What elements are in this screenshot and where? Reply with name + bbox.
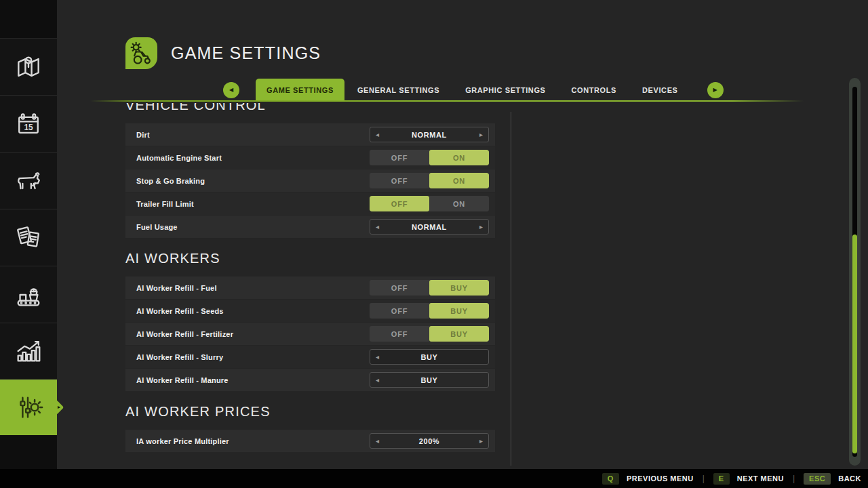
key-hint-bar: QPREVIOUS MENU|ENEXT MENU|ESCBACK — [0, 469, 868, 488]
chevron-right-icon: ▶ — [713, 87, 717, 93]
tab-underline — [90, 100, 804, 102]
setting-row[interactable]: Automatic Engine StartOFFON — [125, 146, 495, 169]
page-header: GAME SETTINGS — [125, 37, 321, 69]
tab-devices[interactable]: DEVICES — [629, 79, 691, 102]
hint-label-back: BACK — [838, 474, 861, 483]
hint-separator: | — [793, 474, 795, 483]
selector-right-arrow-icon[interactable]: ▸ — [479, 223, 483, 230]
tab-controls[interactable]: CONTROLS — [559, 79, 630, 102]
sidebar-item-settings[interactable]: ▸ — [0, 380, 57, 435]
toggle-switch[interactable]: OFFON — [370, 196, 489, 211]
map-icon — [14, 52, 43, 82]
selector-left-arrow-icon[interactable]: ◂ — [376, 131, 379, 138]
setting-label: Trailer Fill Limit — [136, 200, 194, 208]
value-selector[interactable]: ◂200%▸ — [370, 433, 489, 449]
settings-panel: VEHICLE CONTROLDirt◂NORMAL▸Automatic Eng… — [125, 103, 495, 469]
prev-tab-button[interactable]: ◀ — [223, 82, 239, 98]
setting-row[interactable]: AI Worker Refill - FertilizerOFFBUY — [125, 323, 495, 345]
tab-graphic-settings[interactable]: GRAPHIC SETTINGS — [452, 79, 558, 102]
selector-value: NORMAL — [412, 223, 447, 231]
calendar-day-label: 15 — [24, 122, 33, 131]
chevron-left-icon: ◀ — [229, 87, 233, 93]
toggle-option-buy[interactable]: BUY — [429, 303, 489, 319]
selector-value: BUY — [420, 376, 437, 384]
toggle-option-buy[interactable]: BUY — [429, 326, 489, 342]
scrollbar-thumb[interactable] — [852, 235, 857, 453]
selector-left-arrow-icon[interactable]: ◂ — [376, 223, 379, 230]
setting-label: IA worker Price Multiplier — [136, 437, 229, 445]
setting-label: AI Worker Refill - Manure — [136, 376, 229, 384]
active-tile-notch — [49, 400, 64, 415]
toggle-option-on[interactable]: ON — [429, 196, 489, 211]
selector-right-arrow-icon[interactable]: ▸ — [479, 437, 483, 444]
toggle-switch[interactable]: OFFBUY — [370, 326, 489, 342]
hint-separator: | — [703, 474, 705, 483]
settings-gear-icon — [13, 392, 44, 423]
setting-label: AI Worker Refill - Slurry — [136, 353, 223, 361]
key-badge-esc: ESC — [804, 473, 831, 485]
value-selector[interactable]: ◂NORMAL▸ — [370, 127, 489, 142]
page-title: GAME SETTINGS — [171, 43, 321, 63]
next-tab-button[interactable]: ▶ — [707, 82, 724, 98]
toggle-option-off[interactable]: OFF — [370, 280, 429, 296]
tab-general-settings[interactable]: GENERAL SETTINGS — [344, 79, 452, 102]
setting-row[interactable]: AI Worker Refill - SeedsOFFBUY — [125, 300, 495, 322]
toggle-switch[interactable]: OFFON — [370, 150, 489, 165]
scrollbar[interactable] — [849, 78, 861, 466]
toggle-switch[interactable]: OFFBUY — [370, 303, 489, 319]
toggle-option-off[interactable]: OFF — [370, 196, 429, 211]
game-settings-app-icon — [125, 37, 157, 69]
toggle-option-on[interactable]: ON — [429, 173, 489, 188]
value-selector[interactable]: ◂BUY — [370, 372, 489, 388]
toggle-option-off[interactable]: OFF — [370, 150, 429, 165]
setting-row[interactable]: IA worker Price Multiplier◂200%▸ — [125, 430, 495, 452]
production-icon — [13, 279, 44, 310]
content-divider — [511, 112, 511, 466]
toggle-option-on[interactable]: ON — [429, 150, 489, 165]
setting-row[interactable]: AI Worker Refill - FuelOFFBUY — [125, 277, 495, 299]
section-heading: VEHICLE CONTROL — [125, 103, 495, 114]
selector-left-arrow-icon[interactable]: ◂ — [376, 376, 379, 383]
sidebar-item-contracts[interactable] — [0, 209, 57, 266]
setting-row[interactable]: Trailer Fill LimitOFFON — [125, 192, 495, 215]
value-selector[interactable]: ◂BUY — [370, 349, 489, 365]
setting-label: Fuel Usage — [136, 223, 178, 231]
selector-right-arrow-icon[interactable]: ▸ — [479, 131, 483, 138]
setting-label: Dirt — [136, 131, 150, 139]
selector-value: NORMAL — [412, 131, 447, 139]
tab-list: GAME SETTINGSGENERAL SETTINGSGRAPHIC SET… — [256, 79, 691, 102]
sidebar-item-animals[interactable] — [0, 152, 57, 209]
toggle-switch[interactable]: OFFON — [370, 173, 489, 188]
sidebar-item-calendar[interactable]: 15 — [0, 96, 57, 152]
toggle-option-off[interactable]: OFF — [370, 303, 429, 319]
toggle-option-off[interactable]: OFF — [370, 326, 429, 342]
sidebar-item-production[interactable] — [0, 266, 57, 323]
selector-left-arrow-icon[interactable]: ◂ — [376, 437, 379, 444]
setting-label: Stop & Go Braking — [136, 177, 205, 185]
selector-value: BUY — [420, 353, 437, 361]
toggle-option-off[interactable]: OFF — [370, 173, 429, 188]
cow-icon — [13, 165, 44, 197]
setting-row[interactable]: AI Worker Refill - Slurry◂BUY — [125, 346, 495, 368]
setting-label: AI Worker Refill - Seeds — [136, 307, 224, 315]
documents-icon — [13, 222, 44, 253]
hint-label-next-menu: NEXT MENU — [737, 474, 784, 483]
value-selector[interactable]: ◂NORMAL▸ — [370, 219, 489, 235]
toggle-switch[interactable]: OFFBUY — [370, 280, 489, 296]
setting-row[interactable]: Fuel Usage◂NORMAL▸ — [125, 216, 495, 238]
selector-value: 200% — [419, 437, 440, 445]
toggle-option-buy[interactable]: BUY — [429, 280, 489, 296]
selector-left-arrow-icon[interactable]: ◂ — [376, 353, 379, 360]
section-heading: AI WORKERS — [125, 250, 495, 267]
setting-row[interactable]: AI Worker Refill - Manure◂BUY — [125, 369, 495, 391]
active-tile-arrow-icon: ▸ — [58, 404, 60, 410]
scrollbar-track[interactable] — [852, 87, 857, 457]
tab-game-settings[interactable]: GAME SETTINGS — [256, 79, 344, 102]
sidebar-item-statistics[interactable] — [0, 323, 57, 380]
setting-row[interactable]: Stop & Go BrakingOFFON — [125, 169, 495, 192]
sidebar-item-map[interactable] — [0, 39, 57, 96]
setting-row[interactable]: Dirt◂NORMAL▸ — [125, 123, 495, 146]
setting-label: AI Worker Refill - Fuel — [136, 284, 217, 292]
section-heading: AI WORKER PRICES — [125, 403, 495, 420]
setting-label: AI Worker Refill - Fertilizer — [136, 330, 233, 338]
